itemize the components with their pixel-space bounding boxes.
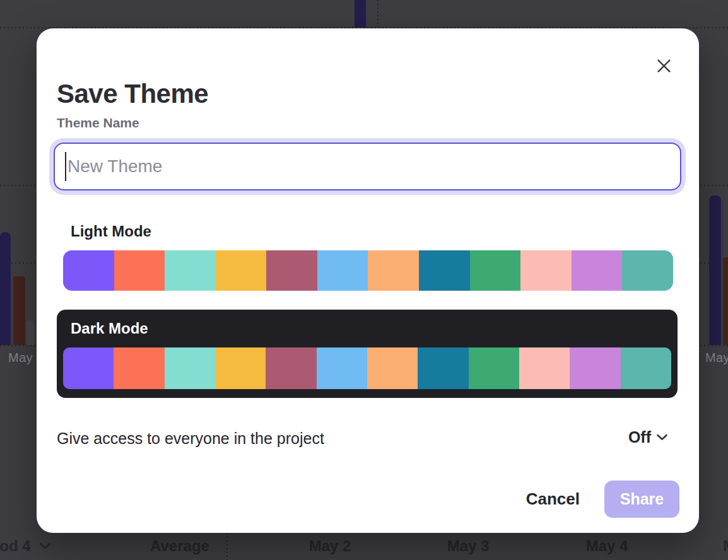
color-swatch (63, 347, 114, 389)
color-swatch (418, 347, 468, 389)
chart-bar (0, 232, 11, 345)
color-swatch (266, 347, 316, 389)
color-swatch (519, 347, 570, 389)
access-dropdown-value: Off (628, 428, 651, 446)
close-button[interactable] (652, 54, 676, 78)
close-icon (657, 59, 671, 73)
color-swatch (165, 347, 215, 389)
color-swatch (419, 250, 470, 291)
x-axis-label: May 4 (586, 537, 628, 555)
theme-name-field-wrap (54, 143, 681, 190)
chevron-down-icon (40, 543, 50, 549)
chart-bar (355, 0, 366, 27)
period-dropdown[interactable]: Period 4 (0, 537, 50, 555)
color-swatch (114, 250, 165, 291)
color-swatch (622, 250, 673, 291)
gridline (377, 0, 379, 27)
color-swatch (114, 347, 164, 389)
color-swatch (367, 347, 418, 389)
axis-label-may-right: May (705, 351, 728, 365)
color-swatch (317, 347, 367, 389)
x-axis-label: May 2 (309, 537, 351, 555)
light-mode-label: Light Mode (71, 223, 151, 240)
color-swatch (165, 250, 216, 291)
theme-name-input[interactable] (54, 143, 681, 190)
color-swatch (368, 250, 419, 291)
dark-mode-palette (63, 347, 671, 389)
theme-name-label: Theme Name (57, 115, 139, 131)
share-button[interactable]: Share (604, 481, 679, 518)
dialog-title: Save Theme (57, 79, 208, 109)
text-cursor (65, 152, 66, 181)
chart-bar (723, 257, 728, 345)
access-dropdown[interactable]: Off (628, 428, 667, 446)
gridline (226, 533, 228, 560)
dark-mode-label: Dark Mode (71, 320, 148, 337)
x-axis-label: Average (150, 537, 209, 555)
x-axis-label: May 3 (447, 537, 490, 555)
dialog-footer: Cancel Share (526, 481, 679, 518)
chevron-down-icon (657, 434, 667, 441)
access-label: Give access to everyone in the project (57, 429, 324, 448)
color-swatch (469, 347, 519, 389)
color-swatch (520, 250, 572, 291)
color-swatch (572, 250, 623, 291)
period-dropdown-label: Period 4 (0, 537, 31, 555)
chart-bar (26, 320, 34, 345)
light-mode-palette (63, 250, 673, 291)
chart-bar (13, 276, 25, 345)
color-swatch (266, 250, 317, 291)
color-swatch (216, 250, 267, 291)
color-swatch (63, 250, 114, 291)
color-swatch (570, 347, 620, 389)
color-swatch (621, 347, 671, 389)
color-swatch (470, 250, 521, 291)
color-swatch (317, 250, 368, 291)
axis-label-may-left: May (8, 351, 33, 365)
color-swatch (215, 347, 266, 389)
chart-bar (709, 195, 721, 345)
cancel-button[interactable]: Cancel (526, 489, 580, 509)
dark-mode-preview-card: Dark Mode (57, 310, 678, 398)
x-axis-label-partial: M (723, 537, 728, 555)
save-theme-dialog: Save Theme Theme Name Light Mode Dark Mo… (37, 28, 699, 533)
